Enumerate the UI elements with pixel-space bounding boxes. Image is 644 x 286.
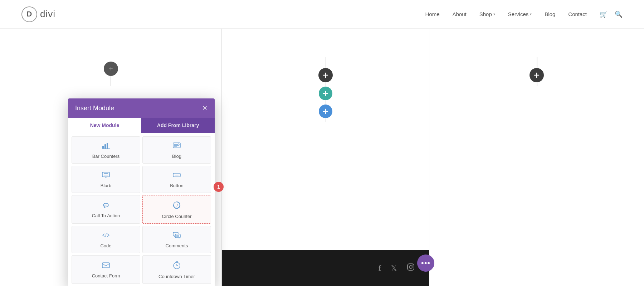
- call-to-action-label: Call To Action: [92, 213, 120, 218]
- blog-label: Blog: [172, 154, 181, 159]
- code-icon: [102, 232, 110, 240]
- modal-title: Insert Module: [75, 105, 114, 112]
- nav-shop[interactable]: Shop ▾: [479, 11, 495, 17]
- module-call-to-action[interactable]: Call To Action: [72, 195, 140, 224]
- instagram-icon[interactable]: [407, 263, 415, 273]
- circle-counter-icon: ↺: [173, 201, 181, 211]
- svg-point-36: [409, 266, 412, 268]
- svg-point-37: [412, 265, 413, 265]
- add-module-button-right[interactable]: [530, 68, 544, 82]
- svg-point-14: [106, 205, 106, 205]
- nav-icons: 🛒 🔍: [600, 10, 623, 18]
- bar-counters-label: Bar Counters: [92, 154, 120, 159]
- modal-tabs: New Module Add From Library: [68, 118, 215, 133]
- blurb-icon: [102, 172, 110, 180]
- nav-home[interactable]: Home: [425, 11, 439, 17]
- module-countdown-timer[interactable]: Countdown Timer: [142, 255, 211, 284]
- button-icon: [173, 172, 181, 180]
- chevron-down-icon: ▾: [493, 12, 495, 16]
- bar-counters-icon: [102, 142, 110, 151]
- right-panel: [429, 29, 644, 286]
- tab-new-module[interactable]: New Module: [68, 118, 141, 133]
- svg-line-18: [106, 233, 106, 237]
- svg-rect-20: [175, 234, 180, 238]
- add-section-button[interactable]: [104, 62, 118, 76]
- svg-rect-1: [104, 144, 106, 149]
- options-dots-button[interactable]: •••: [417, 255, 434, 272]
- svg-rect-2: [107, 143, 108, 149]
- dots-icon: •••: [421, 258, 430, 268]
- circle-counter-label: Circle Counter: [162, 214, 191, 219]
- modal-close-button[interactable]: ✕: [202, 104, 208, 112]
- insert-module-modal: Insert Module ✕ New Module Add From Libr…: [68, 98, 215, 286]
- module-circle-counter[interactable]: ↺ Circle Counter: [142, 195, 211, 224]
- module-blurb[interactable]: Blurb: [72, 166, 140, 193]
- svg-rect-23: [102, 263, 109, 268]
- chevron-down-icon: ▾: [530, 12, 532, 16]
- nav-about[interactable]: About: [452, 11, 466, 17]
- module-grid: Bar Counters Blog: [68, 133, 215, 286]
- comments-label: Comments: [166, 243, 188, 248]
- tab-add-from-library[interactable]: Add From Library: [141, 118, 215, 133]
- nav-blog[interactable]: Blog: [545, 11, 555, 17]
- contact-form-label: Contact Form: [92, 273, 120, 278]
- cart-icon[interactable]: 🛒: [600, 10, 608, 18]
- middle-panel: f 𝕏: [222, 29, 429, 286]
- code-label: Code: [100, 243, 111, 248]
- module-code[interactable]: Code: [72, 226, 140, 253]
- module-bar-counters[interactable]: Bar Counters: [72, 136, 140, 164]
- modal-header: Insert Module ✕: [68, 98, 215, 118]
- comments-icon: [173, 232, 181, 240]
- svg-rect-0: [102, 146, 104, 149]
- module-blog[interactable]: Blog: [142, 136, 211, 164]
- module-contact-form[interactable]: Contact Form: [72, 255, 140, 284]
- left-panel: Insert Module ✕ New Module Add From Libr…: [0, 29, 222, 286]
- search-icon[interactable]: 🔍: [615, 10, 623, 18]
- button-label: Button: [170, 183, 184, 188]
- logo[interactable]: D divi: [21, 6, 55, 22]
- nav-services[interactable]: Services ▾: [508, 11, 532, 17]
- add-module-button-teal[interactable]: [319, 87, 332, 100]
- countdown-timer-label: Countdown Timer: [158, 274, 195, 279]
- svg-rect-8: [102, 172, 109, 177]
- contact-form-icon: [102, 262, 110, 270]
- header: D divi Home About Shop ▾ Services ▾ Blog…: [0, 0, 644, 29]
- logo-d-circle: D: [21, 6, 37, 22]
- svg-text:↺: ↺: [175, 204, 178, 207]
- svg-point-13: [104, 205, 105, 205]
- add-module-button-dark[interactable]: [318, 68, 333, 82]
- main-area: Insert Module ✕ New Module Add From Libr…: [0, 29, 644, 286]
- svg-point-15: [107, 205, 107, 205]
- countdown-timer-icon: [173, 261, 181, 271]
- main-nav: Home About Shop ▾ Services ▾ Blog Contac…: [425, 10, 623, 18]
- notification-badge: 1: [214, 182, 224, 192]
- add-module-button-blue[interactable]: [319, 105, 332, 118]
- svg-rect-4: [173, 143, 180, 148]
- facebook-icon[interactable]: f: [379, 263, 381, 273]
- blog-icon: [173, 142, 181, 151]
- footer-band: f 𝕏: [222, 250, 429, 286]
- blurb-label: Blurb: [101, 183, 111, 188]
- nav-contact[interactable]: Contact: [568, 11, 587, 17]
- twitter-icon[interactable]: 𝕏: [391, 264, 397, 272]
- call-to-action-icon: [102, 202, 110, 210]
- module-comments[interactable]: Comments: [142, 226, 211, 253]
- logo-text: divi: [40, 9, 55, 20]
- module-button[interactable]: Button: [142, 166, 211, 193]
